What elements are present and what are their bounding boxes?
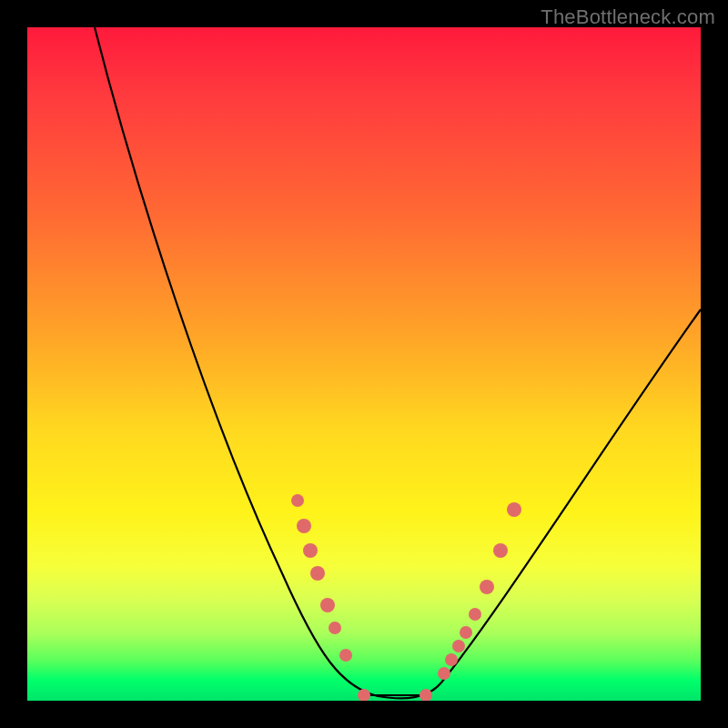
curve-marker	[358, 689, 370, 701]
curve-marker	[507, 502, 521, 517]
curve-marker	[460, 626, 472, 639]
curve-marker	[303, 543, 318, 558]
bottleneck-curve	[95, 27, 701, 698]
curve-marker	[339, 649, 352, 662]
chart-svg	[27, 27, 701, 701]
curve-marker	[297, 519, 311, 533]
chart-plot-area	[27, 27, 701, 701]
curve-marker	[469, 608, 481, 621]
attribution-text: TheBottleneck.com	[541, 5, 715, 29]
curve-marker	[329, 622, 341, 634]
chart-frame: TheBottleneck.com	[0, 0, 728, 728]
curve-marker	[480, 580, 494, 594]
curve-marker	[493, 543, 508, 558]
curve-marker	[438, 667, 450, 680]
curve-marker	[445, 653, 458, 666]
curve-marker	[310, 566, 325, 581]
curve-marker	[320, 598, 335, 612]
curve-marker	[291, 494, 304, 507]
curve-marker	[452, 640, 465, 652]
